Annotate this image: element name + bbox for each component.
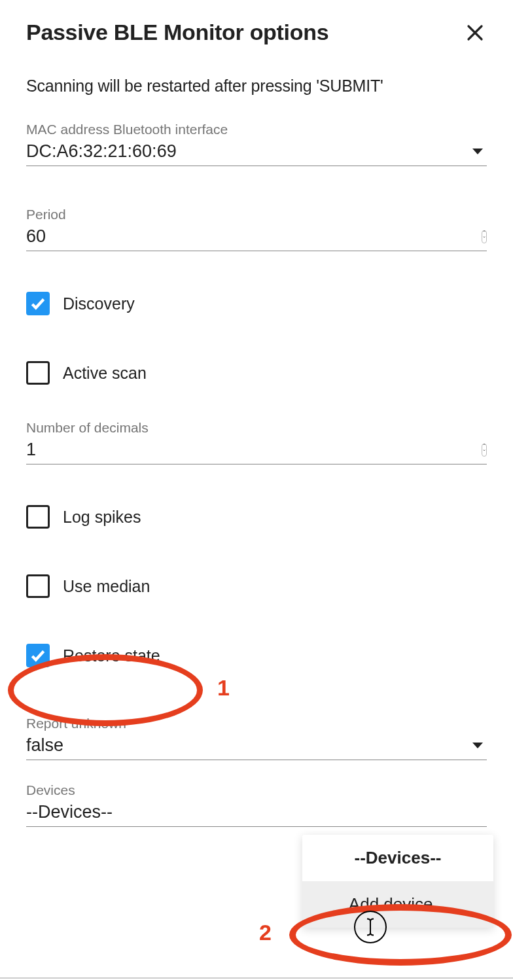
period-label: Period [26,207,487,222]
dialog-header: Passive BLE Monitor options [26,20,487,45]
discovery-row: Discovery [26,292,487,315]
intro-text: Scanning will be restarted after pressin… [26,77,487,96]
chevron-down-icon [472,149,483,154]
use-median-row: Use median [26,574,487,598]
close-button[interactable] [463,21,487,44]
dialog-title: Passive BLE Monitor options [26,20,328,45]
report-unknown-select[interactable]: false [26,735,487,760]
decimals-label: Number of decimals [26,420,487,436]
log-spikes-checkbox[interactable] [26,505,50,529]
close-icon [465,23,485,43]
restore-state-checkbox[interactable] [26,644,50,667]
decimals-input[interactable]: 1 ˆˇ [26,440,487,464]
checkmark-icon [29,647,46,664]
checkmark-icon [29,295,46,312]
number-stepper-icon[interactable]: ˆˇ [482,230,487,243]
use-median-checkbox[interactable] [26,574,50,598]
period-input[interactable]: 60 ˆˇ [26,226,487,251]
mac-address-select[interactable]: DC:A6:32:21:60:69 [26,141,487,166]
mac-address-value: DC:A6:32:21:60:69 [26,141,472,162]
annotation-label-2: 2 [259,920,272,945]
period-value: 60 [26,226,482,247]
active-scan-checkbox[interactable] [26,361,50,385]
mac-address-field: MAC address Bluetooth interface DC:A6:32… [26,122,487,166]
report-unknown-label: Report unknown [26,716,487,731]
use-median-label: Use median [63,577,150,596]
log-spikes-row: Log spikes [26,505,487,529]
report-unknown-value: false [26,735,472,756]
devices-label: Devices [26,782,487,798]
report-unknown-field: Report unknown false [26,716,487,760]
period-field: Period 60 ˆˇ [26,207,487,251]
devices-dropdown-menu: --Devices-- Add device... [302,835,493,928]
restore-state-label: Restore state [63,646,160,665]
active-scan-row: Active scan [26,361,487,385]
decimals-field: Number of decimals 1 ˆˇ [26,420,487,464]
divider [0,977,513,979]
chevron-down-icon [472,743,483,748]
devices-value: --Devices-- [26,802,487,822]
mac-address-label: MAC address Bluetooth interface [26,122,487,137]
discovery-checkbox[interactable] [26,292,50,315]
active-scan-label: Active scan [63,364,147,383]
devices-field: Devices --Devices-- [26,782,487,827]
dropdown-option-devices[interactable]: --Devices-- [302,835,493,881]
devices-select[interactable]: --Devices-- [26,802,487,827]
log-spikes-label: Log spikes [63,508,141,527]
number-stepper-icon[interactable]: ˆˇ [482,444,487,457]
options-dialog: Passive BLE Monitor options Scanning wil… [0,0,513,827]
dropdown-option-add-device[interactable]: Add device... [302,881,493,928]
decimals-value: 1 [26,440,482,460]
discovery-label: Discovery [63,294,135,313]
restore-state-row: Restore state [26,644,487,667]
